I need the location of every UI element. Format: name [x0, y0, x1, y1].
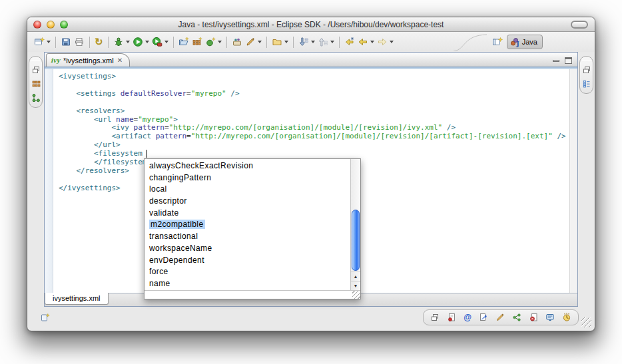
restore-view-icon[interactable] — [31, 65, 41, 75]
javadoc-view-icon[interactable]: @ — [464, 313, 471, 322]
dropdown-arrow-icon[interactable] — [284, 41, 288, 43]
search-icon — [245, 37, 256, 47]
search-view-icon[interactable] — [495, 313, 505, 322]
editor-window-buttons — [553, 57, 577, 67]
refresh-icon: ↻ — [95, 37, 103, 47]
console-view-icon[interactable] — [545, 313, 555, 322]
autocomplete-item[interactable]: force — [145, 266, 350, 278]
dropdown-arrow-icon[interactable] — [145, 41, 149, 43]
toolbar-toggle-button[interactable] — [571, 21, 588, 29]
back-button[interactable] — [356, 34, 376, 50]
zoom-button[interactable] — [60, 21, 68, 29]
type-hierarchy-view-icon[interactable] — [31, 93, 41, 102]
tab-close-icon[interactable]: ✕ — [117, 57, 123, 64]
new-wizard-icon — [34, 37, 45, 47]
open-resource-button[interactable] — [270, 34, 290, 50]
open-perspective-button[interactable] — [491, 34, 504, 50]
new-java-package-icon — [192, 37, 202, 47]
new-java-project-button[interactable] — [177, 34, 190, 50]
error-log-view-icon[interactable] — [529, 313, 538, 322]
titlebar[interactable]: Java - test/ivysettings.xml - Eclipse SD… — [27, 17, 595, 32]
previous-annotation-button[interactable] — [316, 34, 336, 50]
dropdown-arrow-icon[interactable] — [330, 41, 334, 43]
left-fastview-bar — [29, 56, 43, 108]
drag-handle[interactable] — [31, 60, 40, 61]
autocomplete-item[interactable]: descriptor — [145, 196, 350, 208]
forward-icon — [377, 37, 388, 47]
dropdown-arrow-icon[interactable] — [47, 41, 51, 43]
open-resource-icon — [272, 37, 282, 47]
new-wizard-button[interactable] — [33, 34, 52, 50]
toolbar-separator — [226, 37, 227, 48]
autocomplete-item[interactable]: envDependent — [145, 255, 350, 267]
source-page-tab[interactable]: ivysettings.xml — [45, 293, 109, 305]
scrollbar-thumb[interactable] — [352, 210, 360, 271]
scroll-up-icon[interactable]: ▲ — [351, 272, 360, 281]
outline-view-icon[interactable] — [582, 79, 591, 89]
package-explorer-view-icon[interactable] — [31, 79, 41, 89]
back-icon — [358, 37, 368, 47]
open-type-button[interactable] — [230, 34, 244, 50]
forward-button[interactable] — [376, 34, 395, 50]
autocomplete-item[interactable]: alwaysCheckExactRevision — [145, 160, 350, 172]
close-button[interactable] — [33, 21, 41, 29]
open-perspective-icon — [492, 37, 503, 47]
dropdown-arrow-icon[interactable] — [258, 41, 262, 43]
java-perspective-label: Java — [522, 38, 537, 46]
run-icon — [133, 37, 143, 47]
last-edit-location-button[interactable] — [343, 34, 356, 50]
perspective-bar-curve — [452, 33, 487, 51]
annotation-ruler[interactable] — [45, 69, 53, 293]
refresh-button[interactable]: ↻ — [93, 34, 105, 50]
toolbar-separator — [55, 37, 56, 48]
source-page-tab-label: ivysettings.xml — [53, 294, 101, 302]
autocomplete-list: alwaysCheckExactRevisionchangingPatternl… — [145, 159, 350, 290]
new-java-class-icon — [205, 37, 216, 47]
maximize-editor-icon[interactable] — [565, 57, 572, 64]
new-java-package-button[interactable] — [190, 34, 204, 50]
dropdown-arrow-icon[interactable] — [218, 41, 222, 43]
autocomplete-item[interactable]: local — [145, 184, 350, 196]
drag-handle[interactable] — [582, 60, 591, 61]
autocomplete-item[interactable]: changingPattern — [145, 172, 350, 184]
toolbar-separator — [173, 37, 174, 48]
run-external-tools-button[interactable] — [151, 34, 170, 50]
overview-ruler[interactable] — [569, 69, 577, 293]
minimize-button[interactable] — [47, 21, 55, 29]
save-button[interactable] — [59, 34, 73, 50]
autocomplete-item[interactable]: transactional — [145, 231, 350, 243]
dropdown-arrow-icon[interactable] — [126, 41, 130, 43]
dropdown-arrow-icon[interactable] — [164, 41, 168, 43]
autocomplete-item[interactable]: m2compatible — [145, 219, 350, 231]
autocomplete-scrollbar[interactable]: ▲ ▼ — [350, 159, 360, 290]
autocomplete-item[interactable]: name — [145, 278, 350, 290]
dropdown-arrow-icon[interactable] — [311, 41, 315, 43]
autocomplete-item[interactable]: validate — [145, 208, 350, 220]
save-icon — [61, 37, 71, 47]
new-java-project-icon — [178, 37, 189, 47]
window-resize-grip[interactable] — [581, 317, 591, 327]
fast-view-button[interactable] — [41, 313, 50, 322]
progress-view-icon[interactable] — [562, 313, 571, 322]
synchronize-view-icon[interactable] — [512, 313, 521, 322]
problems-view-icon[interactable] — [447, 313, 456, 322]
dropdown-arrow-icon[interactable] — [390, 41, 394, 43]
restore-view-icon[interactable] — [582, 65, 591, 75]
search-button[interactable] — [244, 34, 263, 50]
popup-resize-grip[interactable] — [352, 291, 360, 299]
dropdown-arrow-icon[interactable] — [370, 41, 374, 43]
restore-view-icon[interactable] — [430, 313, 440, 322]
minimize-editor-icon[interactable] — [553, 60, 559, 62]
run-button[interactable] — [131, 34, 151, 50]
autocomplete-item[interactable]: workspaceName — [145, 243, 350, 255]
next-annotation-button[interactable] — [297, 34, 316, 50]
new-java-class-button[interactable] — [204, 34, 223, 50]
toolbar-separator — [339, 37, 340, 48]
scroll-down-icon[interactable]: ▼ — [351, 281, 360, 290]
java-perspective-button[interactable]: J Java — [507, 35, 543, 49]
print-button[interactable] — [73, 34, 86, 50]
declaration-view-icon[interactable] — [479, 313, 488, 322]
status-bar: @ — [27, 307, 595, 331]
editor-tab[interactable]: ivy *ivysettings.xml ✕ — [46, 53, 130, 67]
debug-button[interactable] — [112, 34, 131, 50]
